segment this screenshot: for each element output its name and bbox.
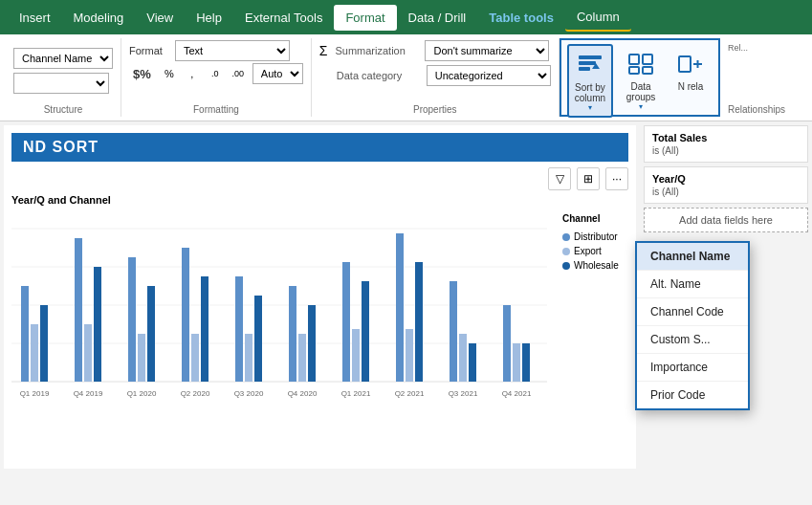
svg-rect-26 [191, 334, 199, 382]
svg-rect-20 [84, 324, 92, 382]
svg-rect-8 [679, 56, 691, 72]
summarization-row: Σ Summarization Don't summarize Sum Aver… [319, 40, 551, 61]
more-button[interactable]: ··· [605, 167, 628, 190]
legend-dot-distributor [562, 233, 570, 241]
svg-text:Q1 2019: Q1 2019 [20, 389, 50, 398]
properties-rows: Σ Summarization Don't summarize Sum Aver… [319, 40, 551, 100]
dropdown-item-alt-name[interactable]: Alt. Name [637, 271, 748, 298]
add-data-fields-button[interactable]: Add data fields here [644, 208, 808, 232]
svg-rect-0 [579, 55, 602, 59]
sort-by-column-label: Sort by column [575, 82, 605, 103]
data-category-label: Data category [337, 70, 423, 81]
svg-text:Q1 2020: Q1 2020 [127, 389, 157, 398]
structure-content: Channel Name [13, 40, 113, 100]
summarization-select[interactable]: Don't summarize Sum Average Count [425, 40, 549, 61]
legend-dot-wholesale [562, 262, 570, 270]
structure-label: Structure [13, 100, 113, 115]
menu-format[interactable]: Format [334, 5, 396, 31]
comma-button[interactable]: , [182, 63, 203, 84]
format-icon-group: % , .0 .00 [159, 63, 249, 84]
svg-rect-19 [75, 238, 82, 382]
sort-by-column-dropdown: Channel Name Alt. Name Channel Code Cust… [635, 241, 750, 410]
menu-external-tools[interactable]: External Tools [233, 5, 334, 31]
svg-rect-17 [31, 324, 38, 382]
svg-rect-27 [201, 276, 208, 382]
expand-button[interactable]: ⊞ [577, 167, 600, 190]
increase-decimal-button[interactable]: .00 [228, 63, 249, 84]
svg-rect-18 [40, 305, 48, 382]
summarization-label: Summarization [335, 45, 421, 56]
format-row: Format Text Whole Number Decimal Currenc… [129, 40, 303, 61]
dollar-button[interactable]: $% [129, 65, 155, 83]
decrease-decimal-button[interactable]: .0 [205, 63, 226, 84]
new-related-icon [675, 49, 706, 79]
svg-rect-42 [469, 343, 476, 382]
data-groups-icon [625, 49, 656, 79]
bar-chart-svg: Q1 2019 Q4 2019 Q1 2020 Q2 2020 Q3 2020 … [11, 209, 547, 401]
menu-data-drill[interactable]: Data / Drill [397, 5, 478, 31]
structure-name-row: Channel Name [13, 48, 113, 69]
data-category-select[interactable]: Uncategorized [427, 65, 551, 86]
sigma-icon: Σ [319, 43, 328, 58]
chart-title: Year/Q and Channel [11, 194, 628, 206]
dropdown-item-channel-name[interactable]: Channel Name [637, 243, 748, 271]
svg-rect-32 [298, 334, 306, 382]
chart-area: Q1 2019 Q4 2019 Q1 2020 Q2 2020 Q3 2020 … [11, 209, 628, 461]
svg-rect-28 [235, 276, 243, 382]
data-groups-label: Data groups [626, 81, 656, 102]
menu-table-tools[interactable]: Table tools [477, 5, 565, 31]
percent-button[interactable]: % [159, 63, 180, 84]
formatting-rows: Format Text Whole Number Decimal Currenc… [129, 40, 303, 100]
menu-insert[interactable]: Insert [8, 5, 62, 31]
svg-text:Q3 2020: Q3 2020 [234, 389, 264, 398]
svg-rect-37 [396, 233, 404, 382]
filter-total-sales-sub: is (All) [652, 145, 800, 156]
auto-select[interactable]: Auto [252, 63, 303, 84]
ribbon: Channel Name Structure Format [0, 34, 812, 121]
rel-label: Rel... [728, 43, 748, 53]
ribbon-content: Channel Name Structure Format [0, 34, 812, 121]
data-groups-button[interactable]: Data groups ▾ [619, 44, 663, 116]
structure-name-select[interactable]: Channel Name [13, 48, 113, 69]
svg-rect-35 [352, 329, 360, 382]
filter-button[interactable]: ▽ [548, 167, 571, 190]
structure-sub-select[interactable] [13, 73, 109, 94]
svg-rect-43 [503, 305, 511, 382]
svg-rect-7 [643, 67, 652, 74]
section-header: ND SORT [11, 133, 628, 162]
svg-rect-33 [308, 305, 316, 382]
svg-rect-31 [289, 286, 296, 382]
menu-modeling[interactable]: Modeling [62, 5, 136, 31]
filter-yearq-sub: is (All) [652, 187, 800, 197]
svg-rect-23 [138, 334, 145, 382]
svg-text:Q4 2021: Q4 2021 [502, 389, 532, 398]
svg-rect-24 [147, 286, 155, 382]
menu-column[interactable]: Column [565, 4, 631, 32]
svg-rect-38 [406, 329, 413, 382]
svg-text:Q4 2020: Q4 2020 [288, 389, 318, 398]
formatting-label: Formatting [129, 100, 303, 115]
filter-card-yearq: Year/Q is (All) [644, 166, 808, 204]
svg-rect-25 [182, 248, 189, 382]
menu-help[interactable]: Help [185, 5, 233, 31]
dropdown-item-prior-code[interactable]: Prior Code [637, 382, 748, 408]
format-select[interactable]: Text Whole Number Decimal Currency Date … [175, 40, 290, 61]
svg-rect-36 [362, 281, 369, 382]
svg-rect-29 [245, 334, 252, 382]
sort-icon [575, 50, 605, 80]
format-icons-row: $% % , .0 .00 Auto [129, 63, 303, 84]
svg-rect-40 [450, 281, 457, 382]
menu-bar: Insert Modeling View Help External Tools… [0, 0, 812, 34]
dropdown-item-custom-s[interactable]: Custom S... [637, 326, 748, 354]
sort-by-column-button[interactable]: Sort by column ▾ [567, 44, 613, 118]
svg-rect-45 [522, 343, 530, 382]
group-properties: Σ Summarization Don't summarize Sum Aver… [312, 38, 560, 117]
legend-item-wholesale: Wholesale [562, 260, 619, 271]
dropdown-item-importance[interactable]: Importance [637, 354, 748, 382]
new-related-button[interactable]: N rela [669, 44, 713, 97]
filter-yearq-title: Year/Q [652, 173, 800, 185]
chart-panel: ND SORT ▽ ⊞ ··· Year/Q and Channel [4, 125, 636, 469]
dropdown-item-channel-code[interactable]: Channel Code [637, 298, 748, 326]
menu-view[interactable]: View [135, 5, 185, 31]
chart-toolbar: ▽ ⊞ ··· [11, 167, 628, 190]
